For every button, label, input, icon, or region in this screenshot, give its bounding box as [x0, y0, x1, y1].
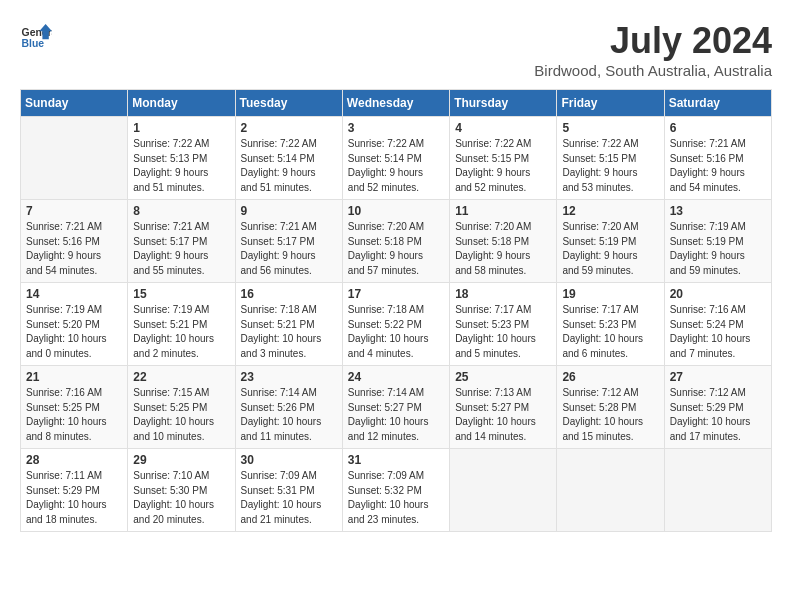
- day-info: Sunrise: 7:21 AMSunset: 5:17 PMDaylight:…: [241, 220, 337, 278]
- day-info: Sunrise: 7:20 AMSunset: 5:18 PMDaylight:…: [348, 220, 444, 278]
- day-number: 15: [133, 287, 229, 301]
- day-number: 2: [241, 121, 337, 135]
- calendar-cell: 2Sunrise: 7:22 AMSunset: 5:14 PMDaylight…: [235, 117, 342, 200]
- day-number: 31: [348, 453, 444, 467]
- location-subtitle: Birdwood, South Australia, Australia: [534, 62, 772, 79]
- day-number: 19: [562, 287, 658, 301]
- calendar-week-row: 1Sunrise: 7:22 AMSunset: 5:13 PMDaylight…: [21, 117, 772, 200]
- day-number: 7: [26, 204, 122, 218]
- day-number: 26: [562, 370, 658, 384]
- day-number: 4: [455, 121, 551, 135]
- day-number: 28: [26, 453, 122, 467]
- calendar-cell: 12Sunrise: 7:20 AMSunset: 5:19 PMDayligh…: [557, 200, 664, 283]
- day-info: Sunrise: 7:09 AMSunset: 5:32 PMDaylight:…: [348, 469, 444, 527]
- calendar-cell: 5Sunrise: 7:22 AMSunset: 5:15 PMDaylight…: [557, 117, 664, 200]
- calendar-cell: 13Sunrise: 7:19 AMSunset: 5:19 PMDayligh…: [664, 200, 771, 283]
- calendar-cell: [21, 117, 128, 200]
- day-info: Sunrise: 7:22 AMSunset: 5:14 PMDaylight:…: [348, 137, 444, 195]
- calendar-week-row: 21Sunrise: 7:16 AMSunset: 5:25 PMDayligh…: [21, 366, 772, 449]
- calendar-cell: 25Sunrise: 7:13 AMSunset: 5:27 PMDayligh…: [450, 366, 557, 449]
- calendar-week-row: 28Sunrise: 7:11 AMSunset: 5:29 PMDayligh…: [21, 449, 772, 532]
- day-number: 10: [348, 204, 444, 218]
- calendar-cell: 4Sunrise: 7:22 AMSunset: 5:15 PMDaylight…: [450, 117, 557, 200]
- calendar-cell: 11Sunrise: 7:20 AMSunset: 5:18 PMDayligh…: [450, 200, 557, 283]
- weekday-header: Saturday: [664, 90, 771, 117]
- weekday-header: Thursday: [450, 90, 557, 117]
- day-number: 11: [455, 204, 551, 218]
- weekday-header-row: SundayMondayTuesdayWednesdayThursdayFrid…: [21, 90, 772, 117]
- day-info: Sunrise: 7:14 AMSunset: 5:26 PMDaylight:…: [241, 386, 337, 444]
- calendar-cell: 3Sunrise: 7:22 AMSunset: 5:14 PMDaylight…: [342, 117, 449, 200]
- calendar-cell: 27Sunrise: 7:12 AMSunset: 5:29 PMDayligh…: [664, 366, 771, 449]
- calendar-cell: 15Sunrise: 7:19 AMSunset: 5:21 PMDayligh…: [128, 283, 235, 366]
- calendar-cell: 10Sunrise: 7:20 AMSunset: 5:18 PMDayligh…: [342, 200, 449, 283]
- calendar-cell: 30Sunrise: 7:09 AMSunset: 5:31 PMDayligh…: [235, 449, 342, 532]
- calendar-cell: 19Sunrise: 7:17 AMSunset: 5:23 PMDayligh…: [557, 283, 664, 366]
- day-info: Sunrise: 7:10 AMSunset: 5:30 PMDaylight:…: [133, 469, 229, 527]
- calendar-cell: [450, 449, 557, 532]
- calendar-cell: 9Sunrise: 7:21 AMSunset: 5:17 PMDaylight…: [235, 200, 342, 283]
- calendar-week-row: 7Sunrise: 7:21 AMSunset: 5:16 PMDaylight…: [21, 200, 772, 283]
- weekday-header: Monday: [128, 90, 235, 117]
- day-info: Sunrise: 7:19 AMSunset: 5:20 PMDaylight:…: [26, 303, 122, 361]
- calendar-cell: 23Sunrise: 7:14 AMSunset: 5:26 PMDayligh…: [235, 366, 342, 449]
- day-info: Sunrise: 7:12 AMSunset: 5:28 PMDaylight:…: [562, 386, 658, 444]
- calendar-cell: 21Sunrise: 7:16 AMSunset: 5:25 PMDayligh…: [21, 366, 128, 449]
- weekday-header: Sunday: [21, 90, 128, 117]
- day-info: Sunrise: 7:20 AMSunset: 5:18 PMDaylight:…: [455, 220, 551, 278]
- calendar-cell: 14Sunrise: 7:19 AMSunset: 5:20 PMDayligh…: [21, 283, 128, 366]
- calendar-week-row: 14Sunrise: 7:19 AMSunset: 5:20 PMDayligh…: [21, 283, 772, 366]
- calendar-cell: 24Sunrise: 7:14 AMSunset: 5:27 PMDayligh…: [342, 366, 449, 449]
- weekday-header: Tuesday: [235, 90, 342, 117]
- day-number: 1: [133, 121, 229, 135]
- day-number: 18: [455, 287, 551, 301]
- calendar-table: SundayMondayTuesdayWednesdayThursdayFrid…: [20, 89, 772, 532]
- month-title: July 2024: [534, 20, 772, 62]
- day-info: Sunrise: 7:16 AMSunset: 5:24 PMDaylight:…: [670, 303, 766, 361]
- day-number: 23: [241, 370, 337, 384]
- calendar-cell: 1Sunrise: 7:22 AMSunset: 5:13 PMDaylight…: [128, 117, 235, 200]
- day-info: Sunrise: 7:22 AMSunset: 5:14 PMDaylight:…: [241, 137, 337, 195]
- svg-text:Blue: Blue: [22, 38, 45, 49]
- day-number: 22: [133, 370, 229, 384]
- calendar-cell: 8Sunrise: 7:21 AMSunset: 5:17 PMDaylight…: [128, 200, 235, 283]
- title-block: July 2024 Birdwood, South Australia, Aus…: [534, 20, 772, 79]
- calendar-cell: 6Sunrise: 7:21 AMSunset: 5:16 PMDaylight…: [664, 117, 771, 200]
- day-info: Sunrise: 7:21 AMSunset: 5:16 PMDaylight:…: [26, 220, 122, 278]
- day-info: Sunrise: 7:22 AMSunset: 5:15 PMDaylight:…: [562, 137, 658, 195]
- day-number: 16: [241, 287, 337, 301]
- calendar-cell: 7Sunrise: 7:21 AMSunset: 5:16 PMDaylight…: [21, 200, 128, 283]
- weekday-header: Wednesday: [342, 90, 449, 117]
- weekday-header: Friday: [557, 90, 664, 117]
- day-number: 17: [348, 287, 444, 301]
- calendar-cell: 18Sunrise: 7:17 AMSunset: 5:23 PMDayligh…: [450, 283, 557, 366]
- day-info: Sunrise: 7:18 AMSunset: 5:21 PMDaylight:…: [241, 303, 337, 361]
- calendar-cell: 26Sunrise: 7:12 AMSunset: 5:28 PMDayligh…: [557, 366, 664, 449]
- day-info: Sunrise: 7:14 AMSunset: 5:27 PMDaylight:…: [348, 386, 444, 444]
- calendar-cell: 20Sunrise: 7:16 AMSunset: 5:24 PMDayligh…: [664, 283, 771, 366]
- day-number: 27: [670, 370, 766, 384]
- day-number: 6: [670, 121, 766, 135]
- day-info: Sunrise: 7:22 AMSunset: 5:13 PMDaylight:…: [133, 137, 229, 195]
- day-info: Sunrise: 7:11 AMSunset: 5:29 PMDaylight:…: [26, 469, 122, 527]
- day-number: 21: [26, 370, 122, 384]
- logo: General Blue: [20, 20, 52, 52]
- day-number: 30: [241, 453, 337, 467]
- day-info: Sunrise: 7:21 AMSunset: 5:17 PMDaylight:…: [133, 220, 229, 278]
- day-info: Sunrise: 7:18 AMSunset: 5:22 PMDaylight:…: [348, 303, 444, 361]
- day-info: Sunrise: 7:17 AMSunset: 5:23 PMDaylight:…: [562, 303, 658, 361]
- day-info: Sunrise: 7:20 AMSunset: 5:19 PMDaylight:…: [562, 220, 658, 278]
- day-info: Sunrise: 7:19 AMSunset: 5:21 PMDaylight:…: [133, 303, 229, 361]
- day-number: 20: [670, 287, 766, 301]
- day-info: Sunrise: 7:15 AMSunset: 5:25 PMDaylight:…: [133, 386, 229, 444]
- calendar-cell: 28Sunrise: 7:11 AMSunset: 5:29 PMDayligh…: [21, 449, 128, 532]
- day-number: 12: [562, 204, 658, 218]
- calendar-cell: 17Sunrise: 7:18 AMSunset: 5:22 PMDayligh…: [342, 283, 449, 366]
- day-info: Sunrise: 7:13 AMSunset: 5:27 PMDaylight:…: [455, 386, 551, 444]
- page-header: General Blue July 2024 Birdwood, South A…: [20, 20, 772, 79]
- logo-icon: General Blue: [20, 20, 52, 52]
- day-number: 29: [133, 453, 229, 467]
- day-info: Sunrise: 7:19 AMSunset: 5:19 PMDaylight:…: [670, 220, 766, 278]
- day-info: Sunrise: 7:09 AMSunset: 5:31 PMDaylight:…: [241, 469, 337, 527]
- day-number: 9: [241, 204, 337, 218]
